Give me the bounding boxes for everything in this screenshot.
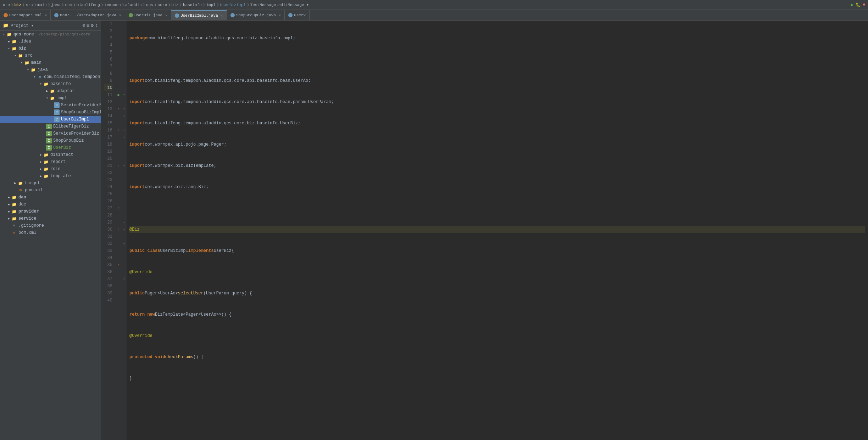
tree-doc[interactable]: ▶ 📁 doc: [0, 201, 101, 208]
fold-31[interactable]: ▾: [122, 240, 127, 247]
code-line-1: package com.bianlifeng.tempoon.aladdin.q…: [129, 35, 865, 42]
fold-16[interactable]: ▾: [122, 127, 127, 134]
code-line-6: import com.wormpex.api.pojo.page.Pager;: [129, 141, 865, 148]
gutter-arrow-16[interactable]: ↑: [115, 127, 122, 134]
service-label: service: [18, 216, 101, 221]
breadcrumb-biz2[interactable]: biz: [172, 3, 179, 7]
breadcrumb-aladdin[interactable]: aladdin: [125, 3, 141, 7]
tree-provider[interactable]: ▶ 📁 provider: [0, 208, 101, 215]
tree-pomxml-root[interactable]: m pom.xml: [0, 229, 101, 236]
tree-disinfect[interactable]: ▶ 📁 disinfect: [0, 151, 101, 158]
code-container[interactable]: 1 2 3 4 5 6 7 8 9 10 11 12 13 14 15 16 1…: [101, 21, 868, 440]
tree-report[interactable]: ▶ 📁 report: [0, 158, 101, 165]
tree-java[interactable]: ▾ 📁 java: [0, 66, 101, 73]
fold-28[interactable]: ▾: [122, 219, 127, 226]
locate-icon[interactable]: ⊕: [83, 23, 85, 28]
breadcrumb-core[interactable]: core: [158, 3, 167, 7]
tree-service[interactable]: ▶ 📁 service: [0, 215, 101, 222]
close-tab-useradaptor[interactable]: ✕: [119, 13, 121, 17]
run-icon[interactable]: ▶: [851, 2, 854, 7]
tree-dao[interactable]: ▶ 📁 dao: [0, 194, 101, 201]
report-label: report: [50, 159, 101, 164]
breadcrumb-ore[interactable]: ore: [3, 3, 10, 7]
tree-pomxml-biz[interactable]: m pom.xml: [0, 187, 101, 194]
class-icon-ub: C: [54, 117, 60, 122]
tree-impl[interactable]: ▾ 📁 impl: [0, 95, 101, 102]
tab-useradaptor[interactable]: man/.../UserAdaptor.java ✕: [51, 10, 125, 20]
dao-icon: 📁: [11, 194, 17, 200]
tree-root-node[interactable]: ▾ 📁 qcs-core ~/Desktop/pin2/qcs-core: [0, 31, 101, 38]
code-line-20: @Override: [129, 439, 865, 440]
gutter-arrow-30[interactable]: ↑: [115, 226, 122, 233]
sidebar-header: 📁 Project ▾ ⊕ ⊟ ⚙ ↕: [0, 21, 101, 31]
gutter-run-11[interactable]: ●: [115, 91, 122, 98]
close-tab-userbiz[interactable]: ✕: [165, 13, 167, 17]
tree-serviceprovider[interactable]: C ServiceProviderBizImpl: [0, 102, 101, 109]
breadcrumb-baseinfo[interactable]: baseinfo: [183, 3, 202, 7]
target-arrow: ▶: [13, 181, 18, 185]
tree-blibeetiger[interactable]: I BlibeeTigerBiz: [0, 123, 101, 130]
breadcrumb-impl[interactable]: impl: [206, 3, 215, 7]
tab-userbiz[interactable]: UserBiz.java ✕: [125, 10, 171, 20]
tree-adaptor[interactable]: ▶ 📁 adaptor: [0, 88, 101, 95]
sort-icon[interactable]: ↕: [95, 23, 98, 28]
code-content[interactable]: package com.bianlifeng.tempoon.aladdin.q…: [127, 21, 868, 440]
tree-biz[interactable]: ▾ 📁 biz: [0, 45, 101, 52]
gutter-arrow-13[interactable]: ↑: [115, 106, 122, 113]
breadcrumb-userbizimpl[interactable]: UserBizImpl: [220, 3, 246, 7]
tree-shopgroupbiz[interactable]: I ShopGroupBiz: [0, 137, 101, 144]
close-tab-userbizimpl[interactable]: ✕: [221, 13, 223, 18]
provider-icon: 📁: [11, 209, 17, 214]
tab-userbizimpl[interactable]: UserBizImpl.java ✕: [171, 10, 227, 20]
tree-gitignore[interactable]: ≡ .gitignore: [0, 222, 101, 229]
tree-userbiz[interactable]: I UserBiz: [0, 144, 101, 151]
pkg-icon: ▦: [37, 74, 43, 80]
tree-package[interactable]: ▾ ▦ com.bianlifeng.tempoon.aladdin.qcs.c…: [0, 73, 101, 80]
tree-userbizimpl[interactable]: C UserBizImpl: [0, 116, 101, 123]
tab-usermapper-label: UserMapper.xml: [9, 13, 42, 17]
tree-role[interactable]: ▶ 📁 role: [0, 165, 101, 173]
tree-baseinfo[interactable]: ▾ 📁 baseinfo: [0, 80, 101, 88]
debug-icon[interactable]: 🐛: [856, 2, 861, 7]
breadcrumb-main[interactable]: main: [37, 3, 46, 7]
breadcrumb-src[interactable]: src: [26, 3, 33, 7]
tree-src[interactable]: ▾ 📁 src: [0, 52, 101, 59]
report-arrow: ▶: [38, 160, 43, 164]
tree-template[interactable]: ▶ 📁 template: [0, 173, 101, 180]
stop-icon[interactable]: ■: [863, 2, 865, 7]
fold-11[interactable]: ▾: [122, 91, 127, 98]
breadcrumb-tempoon[interactable]: tempoon: [104, 3, 121, 7]
breadcrumb-testmessage[interactable]: TestMessage.editMessage ▾: [250, 2, 309, 7]
tree-shopgroupimpl[interactable]: C ShopGroupBizImpl: [0, 109, 101, 116]
fold-gutter: ▾ ▾ ▾ ▾ ▾ ▾ ▾ ▾ ▾: [122, 21, 127, 440]
breadcrumb-com[interactable]: com: [65, 3, 72, 7]
breadcrumb-java[interactable]: java: [51, 3, 60, 7]
tree-serviceproviderbiz[interactable]: I ServiceProviderBiz: [0, 130, 101, 137]
tab-shopgroupbiz-label: ShopGroupBiz.java: [236, 13, 276, 17]
fold-21[interactable]: ▾: [122, 162, 127, 169]
gutter-arrow-35[interactable]: ↑: [115, 261, 122, 269]
tab-userv[interactable]: UserV: [285, 10, 310, 20]
breadcrumb-biz[interactable]: biz: [14, 3, 21, 7]
fold-29[interactable]: ▾: [122, 226, 127, 233]
code-line-14: return new BizTemplate<Pager<UserAo>>() …: [129, 311, 865, 318]
gutter-arrow-21[interactable]: ↑: [115, 162, 122, 169]
tree-idea[interactable]: ▶ 📁 .idea: [0, 38, 101, 45]
blibeetiger-label: BlibeeTigerBiz: [53, 124, 101, 129]
tab-usermapper[interactable]: UserMapper.xml ✕: [0, 10, 51, 20]
close-tab-shopgroupbiz[interactable]: ✕: [279, 13, 281, 17]
breadcrumb-qcs[interactable]: qcs: [146, 3, 153, 7]
tree-main[interactable]: ▾ 📁 main: [0, 59, 101, 66]
fold-14[interactable]: ▾: [122, 113, 127, 120]
gutter-arrow-27[interactable]: ↑: [115, 205, 122, 212]
close-tab-usermapper[interactable]: ✕: [45, 13, 47, 17]
root-arrow: ▾: [1, 32, 6, 36]
fold-17[interactable]: ▾: [122, 134, 127, 141]
fold-13[interactable]: ▾: [122, 106, 127, 113]
tree-target[interactable]: ▶ 📁 target: [0, 180, 101, 187]
settings-icon[interactable]: ⚙: [91, 23, 94, 28]
collapse-icon[interactable]: ⊟: [87, 23, 90, 28]
breadcrumb-bianlifeng[interactable]: bianlifeng: [77, 3, 100, 7]
tab-shopgroupbiz[interactable]: ShopGroupBiz.java ✕: [227, 10, 285, 20]
fold-36[interactable]: ▾: [122, 276, 127, 283]
